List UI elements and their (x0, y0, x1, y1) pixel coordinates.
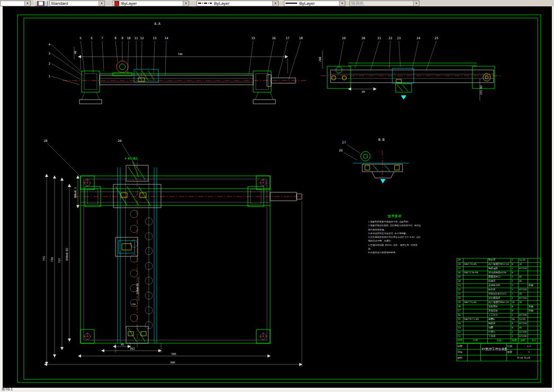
callout-label: 12 (140, 36, 144, 40)
tech-note-line: 3.各运动部件应运动灵活, 无卡滞现象。 (368, 231, 421, 235)
bom-table-body: 29防护罩1Q23528GB/T70-85内六角螺钉M5×1683527轴承端盖… (457, 259, 541, 343)
dim-label: 262 (130, 347, 135, 350)
callout-label: 23 (397, 36, 401, 40)
style-combo[interactable]: Standard ▼ (49, 1, 105, 6)
sheet-info: 共1张 第1张 (507, 355, 541, 361)
dim-label: 740 (177, 52, 182, 56)
callout-label: 8 (114, 36, 117, 40)
bom-row: 12中滑台1HT200 (457, 331, 541, 335)
bom-row: 24联轴器245 (457, 280, 541, 284)
callout-label: 13 (153, 36, 157, 40)
drawn-label: 制图 (457, 344, 468, 350)
make-layer-current-button[interactable] (34, 1, 48, 6)
bom-row: 18导轨滑块8外购 (457, 305, 541, 309)
plotstyle-combo-value: 随颜色 (350, 1, 413, 6)
layer-icon (37, 1, 44, 6)
tech-notes-lines: 1.装配前所有零件须清洗干净, 去除毛刺。2.装配滚珠丝杠副时, 丝杠轴线与导轨… (368, 220, 421, 255)
callout-label: 3 (48, 51, 50, 55)
dim-label: 120±0.02 (136, 283, 139, 295)
linetype-combo[interactable]: ByLayer ▼ (196, 1, 279, 6)
plotstyle-combo: 随颜色 ▼ (350, 1, 419, 6)
callout-label: 21 (377, 36, 381, 40)
dim-label: 650±0.02 (65, 248, 68, 261)
dim-label: 40 (362, 90, 365, 93)
callout-label: 28 (43, 139, 48, 142)
dim-label: 775 (42, 256, 46, 261)
statusbar-doc-label: 块70-1 (2, 387, 13, 392)
tech-requirements: 技术要求 1.装配前所有零件须清洗干净, 去除毛刺。2.装配滚珠丝杠副时, 丝杠… (368, 214, 421, 255)
chevron-down-icon: ▼ (413, 1, 419, 6)
qty-value: 1 (517, 350, 541, 355)
linetype-combo-value: ByLayer (213, 1, 272, 6)
tech-note-line: 1.装配前所有零件须清洗干净, 去除毛刺。 (368, 220, 421, 224)
callout-label: 4 (48, 42, 50, 46)
dim-label: 736 (50, 257, 53, 262)
bom-table: 29防护罩1Q23528GB/T70-85内六角螺钉M5×1683527轴承端盖… (457, 258, 541, 343)
bom-row: 14轴承座4HT150 (457, 322, 541, 326)
callout-label: 15 (251, 36, 255, 40)
callout-label: 6 (91, 36, 93, 40)
callout-label: 27 (342, 140, 346, 144)
toolbar: ▼ Standard ▼ ByLayer ▼ ByLayer ▼ ByLayer… (0, 0, 554, 6)
bom-row: 25圆螺母M12245 (457, 275, 541, 280)
lineweight-combo[interactable]: ByLayer ▼ (284, 1, 345, 6)
bom-row: 11下底座1HT200 (457, 335, 541, 339)
bom-row: 17直线导轨4外购 (457, 309, 541, 314)
callout-label: 1 (48, 74, 50, 78)
callout-label: 16 (272, 36, 276, 40)
callout-label: 5 (79, 36, 82, 40)
bom-row: 21滚珠丝杠Φ25×5245 (457, 292, 541, 297)
scale-label: 比例 (507, 344, 517, 350)
linetype-sample-icon (198, 3, 212, 4)
color-combo-value: ByLayer (120, 1, 183, 6)
bom-row: 20丝杠螺母座2HT150 (457, 297, 541, 301)
dim-label: 300±0.1 (74, 187, 77, 198)
lineweight-combo-value: ByLayer (298, 1, 339, 6)
tech-note-line: 4.丝杠轴线对导轨的平行度全长内不大于 0.02, 全行程内运动平稳、无爬行。 (368, 235, 421, 243)
color-swatch (114, 1, 119, 6)
callout-label: 25 (434, 36, 439, 40)
chevron-down-icon[interactable]: ▼ (24, 1, 30, 6)
bom-header-row: 序号代号名称数量材料备注 (457, 339, 541, 343)
chevron-down-icon[interactable]: ▼ (183, 1, 189, 6)
section-aa-view: A-A (48, 22, 306, 104)
tech-note-line: 2.装配滚珠丝杠副时, 丝杠轴线与导轨面平行, 各结合面不得夹有杂物。 (368, 224, 421, 231)
tech-requirements-title: 技术要求 (368, 214, 421, 219)
bom-row: 15GB/T97.1-85垫圈616Q235 (457, 318, 541, 322)
dim-label: 40 (74, 51, 77, 54)
application-window: ▼ Standard ▼ ByLayer ▼ ByLayer ▼ ByLayer… (0, 0, 554, 392)
bom-row: 16上工作台1HT200 (457, 314, 541, 318)
bom-row: 23步进电动机2外购 (457, 284, 541, 288)
callout-label: 17 (285, 36, 290, 40)
dim-label: 280 (318, 57, 321, 61)
chevron-down-icon[interactable]: ▼ (272, 1, 278, 6)
callout-label: 11 (134, 36, 138, 40)
callout-label: 19 (342, 36, 346, 40)
bom-row: 19GB/T70-85内六角螺钉M6×201635 (457, 301, 541, 305)
scale-value: 1:2 (517, 344, 541, 350)
bom-row: 26GB/T276-94深沟球轴承62044 (457, 271, 541, 275)
chevron-down-icon[interactable]: ▼ (339, 1, 345, 6)
bom-row: 29防护罩1Q235 (457, 259, 541, 263)
style-combo-value: Standard (50, 1, 99, 6)
dim-label: 110 (131, 303, 136, 306)
color-combo[interactable]: ByLayer ▼ (113, 1, 189, 6)
bom-row: 28GB/T70-85内六角螺钉M5×16835 (457, 263, 541, 267)
dim-label: 580 (171, 352, 176, 355)
chevron-down-icon[interactable]: ▼ (99, 1, 104, 6)
tech-note-line: 5.空载运转试验 30min, 温升、噪声正常, 润滑良好。 (368, 243, 421, 251)
callout-label: 26 (339, 148, 343, 152)
title-block: 制图 XY数控工作台装配图 比例 1:2 审核 数量 1 材料 (457, 343, 540, 361)
drawing-canvas[interactable]: A-A (3, 6, 552, 388)
bom-row: 13挡圈445 (457, 326, 541, 331)
dim-label: 231.02 (479, 85, 482, 95)
view-label: B-B (378, 138, 385, 142)
bom-row: 27轴承端盖2HT150 (457, 267, 541, 271)
bom-row: 22电机座2HT150 (457, 288, 541, 292)
parts-list: 29防护罩1Q23528GB/T70-85内六角螺钉M5×1683527轴承端盖… (457, 258, 540, 361)
callout-label: 14 (164, 36, 168, 40)
layer-combo[interactable]: ▼ (0, 1, 31, 6)
callout-label: 20 (361, 36, 365, 40)
view-label: A-A (154, 22, 160, 26)
drawing-title: XY数控工作台装配图 (481, 344, 507, 355)
